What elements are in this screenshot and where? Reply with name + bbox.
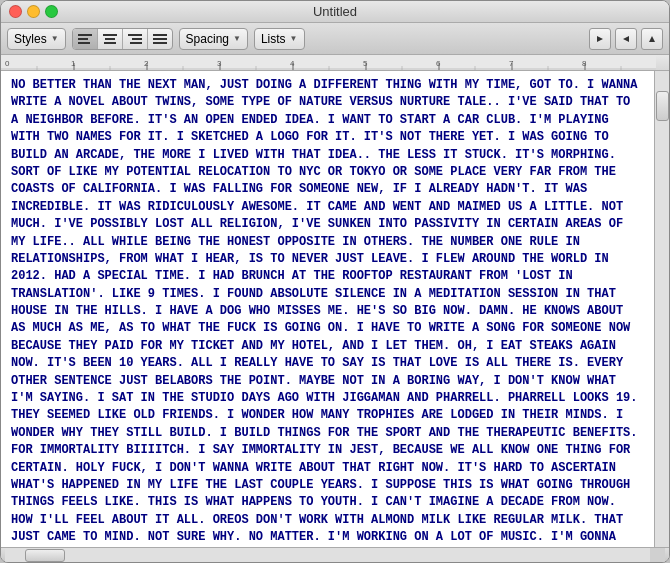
svg-rect-11 [153, 42, 167, 44]
svg-text:4: 4 [290, 59, 295, 68]
back-icon [621, 34, 631, 44]
spacing-dropdown[interactable]: Spacing ▼ [179, 28, 248, 50]
svg-rect-8 [130, 42, 142, 44]
svg-rect-1 [78, 38, 88, 40]
svg-text:6: 6 [436, 59, 441, 68]
nav-buttons [589, 28, 663, 50]
window-title: Untitled [313, 4, 357, 19]
svg-rect-4 [105, 38, 115, 40]
align-left-icon [78, 33, 92, 45]
svg-text:3: 3 [217, 59, 222, 68]
align-justify-button[interactable] [148, 29, 172, 49]
nav-up-button[interactable] [641, 28, 663, 50]
styles-dropdown[interactable]: Styles ▼ [7, 28, 66, 50]
svg-text:2: 2 [144, 59, 149, 68]
maximize-button[interactable] [45, 5, 58, 18]
svg-rect-10 [153, 38, 167, 40]
scroll-area: NO BETTER THAN THE NEXT MAN, JUST DOING … [1, 71, 669, 547]
svg-rect-5 [104, 42, 116, 44]
svg-text:7: 7 [509, 59, 514, 68]
horizontal-scrollbar[interactable] [5, 548, 650, 563]
svg-text:5: 5 [363, 59, 368, 68]
svg-rect-15 [1, 55, 656, 71]
styles-label: Styles [14, 32, 47, 46]
minimize-button[interactable] [27, 5, 40, 18]
svg-rect-7 [132, 38, 142, 40]
spacing-arrow: ▼ [233, 34, 241, 43]
align-justify-icon [153, 33, 167, 45]
svg-marker-13 [623, 36, 629, 42]
align-group [72, 28, 173, 50]
svg-rect-0 [78, 34, 92, 36]
nav-forward-button[interactable] [589, 28, 611, 50]
svg-marker-14 [649, 36, 655, 42]
close-button[interactable] [9, 5, 22, 18]
svg-rect-2 [78, 42, 90, 44]
title-bar: Untitled [1, 1, 669, 23]
editor-area[interactable]: NO BETTER THAN THE NEXT MAN, JUST DOING … [1, 71, 654, 547]
svg-rect-6 [128, 34, 142, 36]
lists-dropdown[interactable]: Lists ▼ [254, 28, 305, 50]
lists-arrow: ▼ [290, 34, 298, 43]
svg-rect-9 [153, 34, 167, 36]
svg-text:1: 1 [71, 59, 76, 68]
main-window: Untitled Styles ▼ [0, 0, 670, 563]
window-controls [9, 5, 58, 18]
svg-text:0: 0 [5, 59, 10, 68]
align-left-button[interactable] [73, 29, 98, 49]
ruler-svg: 0 1 2 3 4 5 6 7 8 [1, 55, 656, 71]
spacing-label: Spacing [186, 32, 229, 46]
svg-text:8: 8 [582, 59, 587, 68]
svg-rect-3 [103, 34, 117, 36]
align-center-icon [103, 33, 117, 45]
align-right-icon [128, 33, 142, 45]
status-bar [1, 547, 669, 562]
ruler: 0 1 2 3 4 5 6 7 8 [1, 55, 669, 71]
lists-label: Lists [261, 32, 286, 46]
editor-content[interactable]: NO BETTER THAN THE NEXT MAN, JUST DOING … [1, 71, 654, 547]
editor-text: NO BETTER THAN THE NEXT MAN, JUST DOING … [11, 78, 638, 547]
styles-arrow: ▼ [51, 34, 59, 43]
up-icon [647, 34, 657, 44]
align-center-button[interactable] [98, 29, 123, 49]
align-right-button[interactable] [123, 29, 148, 49]
resize-corner[interactable] [650, 548, 665, 563]
svg-marker-12 [597, 36, 603, 42]
nav-back-button[interactable] [615, 28, 637, 50]
forward-icon [595, 34, 605, 44]
vertical-scrollbar[interactable] [654, 71, 669, 547]
toolbar: Styles ▼ [1, 23, 669, 55]
